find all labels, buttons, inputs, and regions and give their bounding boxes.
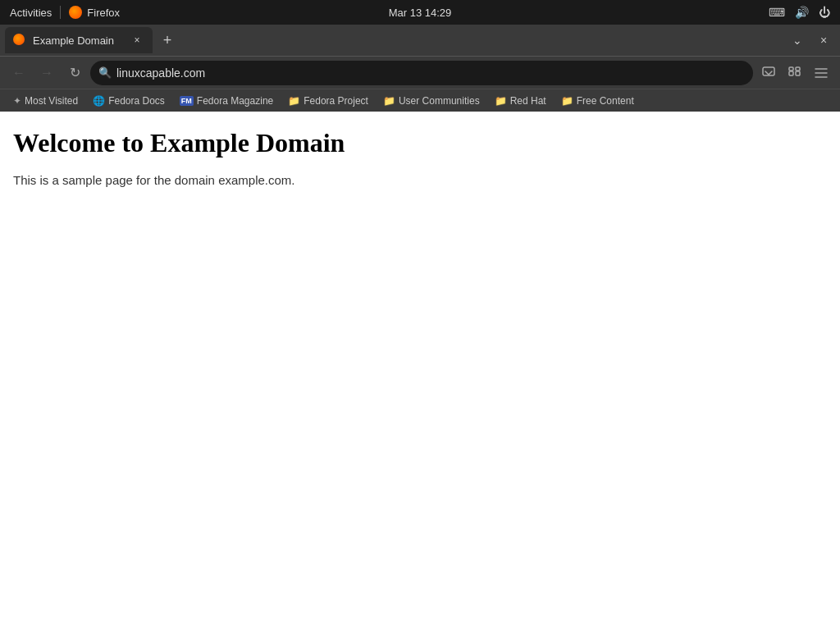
address-bar[interactable]: 🔍 linuxcapable.com [90, 61, 753, 85]
most-visited-icon: ✦ [13, 95, 21, 107]
fedora-docs-icon: 🌐 [93, 95, 105, 107]
bookmark-red-hat-label: Red Hat [510, 95, 546, 107]
title-bar: Example Domain × + ⌄ × [0, 25, 840, 56]
bookmarks-bar: ✦ Most Visited 🌐 Fedora Docs FM Fedora M… [0, 89, 840, 112]
bookmark-fedora-project[interactable]: 📁 Fedora Project [281, 93, 375, 109]
nav-bar: ← → ↻ 🔍 linuxcapable.com [0, 56, 840, 89]
new-tab-button[interactable]: + [156, 29, 179, 52]
window-close-button[interactable]: × [812, 29, 835, 52]
user-communities-icon: 📁 [383, 95, 395, 107]
nav-actions [756, 61, 833, 85]
forward-button[interactable]: → [34, 61, 59, 85]
tab-close-button[interactable]: × [130, 33, 144, 48]
tab-favicon [13, 34, 26, 47]
active-tab[interactable]: Example Domain × [5, 27, 153, 53]
svg-rect-4 [796, 67, 800, 71]
bookmark-most-visited[interactable]: ✦ Most Visited [7, 93, 84, 109]
bookmark-user-communities-label: User Communities [399, 95, 480, 107]
page-body-text: This is a sample page for the domain exa… [13, 173, 827, 187]
network-icon: ⌨ [769, 6, 785, 19]
bookmark-free-content-label: Free Content [577, 95, 634, 107]
taskbar-firefox-icon[interactable] [69, 6, 82, 19]
menu-button[interactable] [809, 61, 833, 85]
tab-dropdown-button[interactable]: ⌄ [786, 29, 809, 52]
bookmark-free-content[interactable]: 📁 Free Content [555, 93, 641, 109]
bookmark-most-visited-label: Most Visited [25, 95, 78, 107]
bookmark-fedora-project-label: Fedora Project [304, 95, 368, 107]
page-content: Welcome to Example Domain This is a samp… [0, 112, 840, 630]
title-bar-controls: ⌄ × [786, 29, 835, 52]
volume-icon: 🔊 [795, 6, 809, 19]
page-heading: Welcome to Example Domain [13, 128, 827, 158]
bookmark-fedora-docs-label: Fedora Docs [108, 95, 165, 107]
bookmark-user-communities[interactable]: 📁 User Communities [377, 93, 486, 109]
extensions-button[interactable] [783, 61, 807, 85]
fedora-project-icon: 📁 [288, 95, 300, 107]
back-button[interactable]: ← [7, 61, 31, 85]
free-content-icon: 📁 [561, 95, 573, 107]
fedora-magazine-icon: FM [180, 96, 194, 106]
activities-button[interactable]: Activities [10, 7, 52, 19]
svg-rect-3 [789, 67, 793, 71]
power-icon[interactable]: ⏻ [819, 6, 830, 19]
red-hat-icon: 📁 [495, 95, 507, 107]
tab-label: Example Domain [33, 34, 123, 47]
reload-button[interactable]: ↻ [62, 61, 87, 85]
taskbar-firefox-label[interactable]: Firefox [87, 7, 120, 19]
address-url: linuxcapable.com [116, 66, 745, 80]
bookmark-fedora-magazine-label: Fedora Magazine [197, 95, 273, 107]
system-bar: Activities Firefox Mar 13 14:29 ⌨ 🔊 ⏻ [0, 0, 840, 25]
address-search-icon: 🔍 [98, 66, 112, 79]
bookmark-fedora-docs[interactable]: 🌐 Fedora Docs [86, 93, 171, 109]
bookmark-fedora-magazine[interactable]: FM Fedora Magazine [173, 93, 280, 109]
bookmark-red-hat[interactable]: 📁 Red Hat [488, 93, 553, 109]
svg-rect-2 [796, 71, 800, 75]
pocket-button[interactable] [756, 61, 781, 85]
system-datetime: Mar 13 14:29 [389, 7, 452, 19]
svg-rect-1 [789, 71, 793, 75]
